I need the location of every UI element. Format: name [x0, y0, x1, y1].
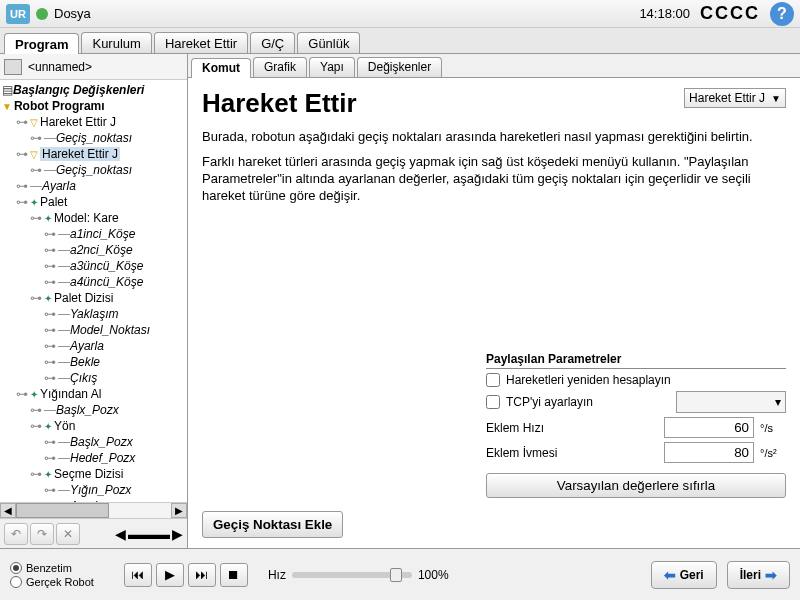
tree-node[interactable]: ⊶ — a3üncü_Köşe	[2, 258, 185, 274]
tree-node[interactable]: ⊶ — Başlx_Pozx	[2, 434, 185, 450]
tree-node[interactable]: ⊶ ✦ Yığından Al	[2, 386, 185, 402]
tree-node[interactable]: ⊶ ▽ Hareket Ettir J	[2, 146, 185, 162]
arrow-left-icon: ⬅	[664, 567, 676, 583]
program-tree[interactable]: ▤ Başlangıç Değişkenleri▼ Robot Programı…	[0, 80, 187, 502]
subtab-grafik[interactable]: Grafik	[253, 57, 307, 77]
playback-controls: ⏮ ▶ ⏭ ⏹	[124, 563, 248, 587]
main-tabs: ProgramKurulumHareket EttirG/ÇGünlük	[0, 28, 800, 54]
speed-label: Hız	[268, 568, 286, 582]
program-tree-panel: <unnamed> ▤ Başlangıç Değişkenleri▼ Robo…	[0, 54, 188, 548]
help-icon[interactable]: ?	[770, 2, 794, 26]
clock: 14:18:00	[639, 6, 690, 21]
speed-slider[interactable]	[292, 572, 412, 578]
subtab-deikenler[interactable]: Değişkenler	[357, 57, 442, 77]
tree-node[interactable]: ⊶ ✦ Palet	[2, 194, 185, 210]
real-radio[interactable]	[10, 576, 22, 588]
tree-node[interactable]: ⊶ ✦ Yön	[2, 418, 185, 434]
tree-node[interactable]: ⊶ — Hedef_Pozx	[2, 450, 185, 466]
sub-tabs: KomutGrafikYapıDeğişkenler	[188, 54, 800, 78]
tree-node[interactable]: ⊶ — Yığın_Pozx	[2, 482, 185, 498]
stop-button[interactable]: ⏹	[220, 563, 248, 587]
menu-file[interactable]: Dosya	[54, 6, 91, 21]
tree-node[interactable]: ⊶ — Bekle	[2, 354, 185, 370]
tree-node[interactable]: ⊶ — Geçiş_noktası	[2, 130, 185, 146]
command-title: Hareket Ettir	[202, 88, 357, 119]
back-button[interactable]: ⬅Geri	[651, 561, 717, 589]
top-bar: UR Dosya 14:18:00 CCCC ?	[0, 0, 800, 28]
add-waypoint-button[interactable]: Geçiş Noktası Ekle	[202, 511, 343, 538]
tree-node[interactable]: ⊶ ▽ Hareket Ettir J	[2, 114, 185, 130]
tree-node[interactable]: ▤ Başlangıç Değişkenleri	[2, 82, 185, 98]
command-area: Hareket Ettir Hareket Ettir J ▼ Burada, …	[188, 78, 800, 548]
tab-gnlk[interactable]: Günlük	[297, 32, 360, 53]
joint-accel-label: Eklem İvmesi	[486, 446, 658, 460]
tab-program[interactable]: Program	[4, 33, 79, 54]
redo-button[interactable]: ↷	[30, 523, 54, 545]
joint-accel-input[interactable]	[664, 442, 754, 463]
joint-speed-input[interactable]	[664, 417, 754, 438]
tab-kurulum[interactable]: Kurulum	[81, 32, 151, 53]
accel-unit: °/s²	[760, 447, 786, 459]
save-icon[interactable]	[4, 59, 22, 75]
tree-node[interactable]: ⊶ ✦ Palet Dizisi	[2, 290, 185, 306]
tree-node[interactable]: ⊶ — Çıkış	[2, 370, 185, 386]
speed-value: 100%	[418, 568, 449, 582]
forward-button[interactable]: ⏭	[188, 563, 216, 587]
chevron-left-icon[interactable]: ◀	[115, 526, 126, 542]
tree-scrollbar[interactable]: ◀ ▶	[0, 502, 187, 518]
tree-node[interactable]: ⊶ — a4üncü_Köşe	[2, 274, 185, 290]
tree-node[interactable]: ⊶ — Ayarla	[2, 178, 185, 194]
tree-pager[interactable]: ◀ ▬▬▬ ▶	[115, 526, 183, 542]
chevron-down-icon: ▾	[775, 395, 781, 409]
subtab-yap[interactable]: Yapı	[309, 57, 355, 77]
tree-node[interactable]: ⊶ — Model_Noktası	[2, 322, 185, 338]
sim-radio[interactable]	[10, 562, 22, 574]
sim-label: Benzetim	[26, 562, 72, 574]
subtab-komut[interactable]: Komut	[191, 58, 251, 78]
recalc-label: Hareketleri yeniden hesaplayın	[506, 373, 786, 387]
tree-node[interactable]: ⊶ — Ayarla	[2, 338, 185, 354]
speed-unit: °/s	[760, 422, 786, 434]
tree-node[interactable]: ⊶ — Geçiş_noktası	[2, 162, 185, 178]
play-button[interactable]: ▶	[156, 563, 184, 587]
rewind-button[interactable]: ⏮	[124, 563, 152, 587]
arrow-right-icon: ➡	[765, 567, 777, 583]
reset-defaults-button[interactable]: Varsayılan değerlere sıfırla	[486, 473, 786, 498]
tcp-checkbox[interactable]	[486, 395, 500, 409]
recalc-checkbox[interactable]	[486, 373, 500, 387]
scroll-left-icon[interactable]: ◀	[0, 503, 16, 518]
chevron-right-icon[interactable]: ▶	[172, 526, 183, 542]
description-1: Burada, robotun aşağıdaki geçiş noktalar…	[202, 129, 786, 146]
tab-hareketettir[interactable]: Hareket Ettir	[154, 32, 248, 53]
tree-node[interactable]: ⊶ — a1inci_Köşe	[2, 226, 185, 242]
ur-logo: UR	[6, 4, 30, 24]
speed-control: Hız 100%	[268, 568, 449, 582]
undo-button[interactable]: ↶	[4, 523, 28, 545]
tree-nav-row: ↶ ↷ ✕ ◀ ▬▬▬ ▶	[0, 518, 187, 548]
command-panel: KomutGrafikYapıDeğişkenler Hareket Ettir…	[188, 54, 800, 548]
chevron-down-icon: ▼	[771, 93, 781, 104]
joint-speed-label: Eklem Hızı	[486, 421, 658, 435]
status-code: CCCC	[700, 3, 760, 24]
tree-node[interactable]: ⊶ ✦ Model: Kare	[2, 210, 185, 226]
move-type-value: Hareket Ettir J	[689, 91, 765, 105]
move-type-dropdown[interactable]: Hareket Ettir J ▼	[684, 88, 786, 108]
params-header: Paylaşılan Parametreler	[486, 352, 786, 369]
tree-node[interactable]: ⊶ — a2nci_Köşe	[2, 242, 185, 258]
scroll-right-icon[interactable]: ▶	[171, 503, 187, 518]
tree-node[interactable]: ▼ Robot Programı	[2, 98, 185, 114]
status-indicator-icon	[36, 8, 48, 20]
next-button[interactable]: İleri➡	[727, 561, 790, 589]
tcp-dropdown[interactable]: ▾	[676, 391, 786, 413]
description-2: Farklı hareket türleri arasında geçiş ya…	[202, 154, 786, 205]
file-row: <unnamed>	[0, 54, 187, 80]
tree-node[interactable]: ⊶ ✦ Seçme Dizisi	[2, 466, 185, 482]
tree-node[interactable]: ⊶ — Yaklaşım	[2, 306, 185, 322]
tab-g[interactable]: G/Ç	[250, 32, 295, 53]
tree-node[interactable]: ⊶ — Başlx_Pozx	[2, 402, 185, 418]
tcp-label: TCP'yi ayarlayın	[506, 395, 670, 409]
shared-parameters: Paylaşılan Parametreler Hareketleri yeni…	[486, 352, 786, 498]
run-mode: Benzetim Gerçek Robot	[10, 562, 94, 588]
delete-button[interactable]: ✕	[56, 523, 80, 545]
bottom-bar: Benzetim Gerçek Robot ⏮ ▶ ⏭ ⏹ Hız 100% ⬅…	[0, 548, 800, 600]
